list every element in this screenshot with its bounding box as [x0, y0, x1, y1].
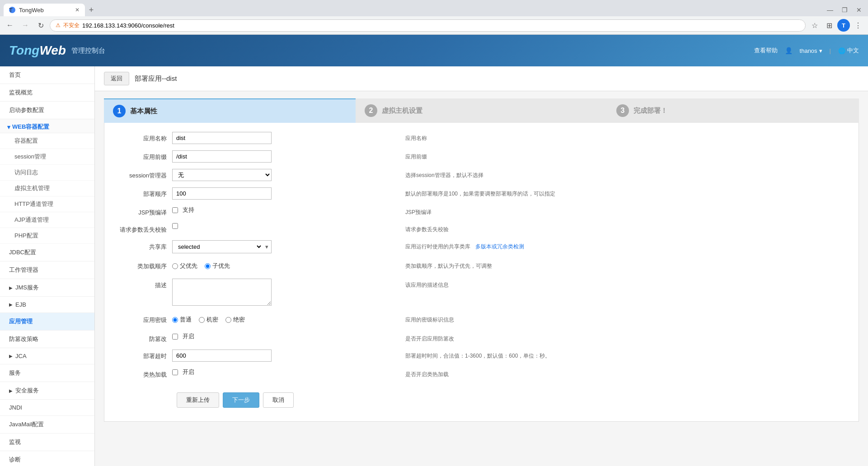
sidebar-item-http[interactable]: HTTP通道管理 [0, 196, 94, 212]
app-level-top-secret-label[interactable]: 绝密 [225, 316, 245, 324]
request-param-hint: 请求参数丢失校验 [398, 223, 845, 233]
anti-tamper-checkbox-label[interactable]: 开启 [172, 332, 398, 340]
sidebar-label-jndi: JNDI [9, 404, 22, 411]
tab-close-button[interactable]: ✕ [75, 7, 80, 13]
hot-load-checkbox[interactable] [172, 369, 178, 375]
form-row-deploy-timeout: 部署超时 部署超时时间，合法值：1-3600，默认值：600，单位：秒。 [118, 350, 845, 362]
app-level-secret-label[interactable]: 机密 [199, 316, 218, 324]
wizard-step-1-label: 基本属性 [130, 107, 157, 116]
sidebar-item-diagnosis[interactable]: 诊断 [0, 451, 94, 466]
page-header: 返回 部署应用--dist [95, 66, 868, 91]
sidebar-item-app-mgmt[interactable]: 应用管理 [0, 313, 94, 331]
app-level-normal-label[interactable]: 普通 [172, 316, 192, 324]
header-lang[interactable]: 🌐 中文 [838, 47, 859, 55]
request-param-checkbox[interactable] [172, 223, 178, 229]
sidebar-expand-jca: ▶ [9, 354, 13, 359]
new-tab-button[interactable]: + [85, 4, 98, 16]
sidebar-item-jdbc[interactable]: JDBC配置 [0, 244, 94, 261]
bookmark-star-icon[interactable]: ☆ [808, 19, 821, 32]
jsp-precompile-checkbox[interactable] [172, 207, 178, 213]
app-level-normal-radio[interactable] [172, 317, 178, 323]
cancel-button[interactable]: 取消 [263, 392, 294, 408]
menu-icon[interactable]: ⋮ [852, 19, 864, 32]
desc-label: 描述 [118, 279, 172, 289]
sidebar-item-jca[interactable]: ▶ JCA [0, 348, 94, 364]
sidebar-label-app-mgmt: 应用管理 [9, 317, 33, 326]
app-prefix-hint: 应用前缀 [398, 150, 845, 161]
sidebar-item-ejb[interactable]: ▶ EJB [0, 297, 94, 313]
class-load-child-text: 子优先 [212, 262, 230, 270]
sidebar-item-jndi[interactable]: JNDI [0, 400, 94, 416]
next-step-button[interactable]: 下一步 [223, 392, 259, 408]
shared-lib-dropdown[interactable]: selected ▾ [172, 240, 272, 253]
class-load-parent-radio[interactable] [172, 263, 178, 269]
jsp-precompile-control: 支持 [172, 206, 398, 214]
app-level-top-secret-radio[interactable] [225, 317, 231, 323]
reupload-button[interactable]: 重新上传 [177, 392, 219, 408]
app-level-label: 应用密级 [118, 313, 172, 324]
url-input[interactable] [82, 22, 800, 29]
deploy-timeout-input[interactable] [172, 350, 272, 362]
class-load-child-radio[interactable] [205, 263, 211, 269]
request-param-label: 请求参数丢失校验 [118, 223, 172, 234]
sidebar-item-monitor2[interactable]: 监视 [0, 433, 94, 451]
forward-nav-button[interactable]: → [19, 19, 32, 32]
shared-lib-select[interactable]: selected [173, 241, 263, 253]
sidebar-item-ajp[interactable]: AJP通道管理 [0, 212, 94, 228]
app-name-label: 应用名称 [118, 132, 172, 143]
sidebar-item-jms[interactable]: ▶ JMS服务 [0, 279, 94, 297]
browser-tab-active[interactable]: T TongWeb ✕ [4, 4, 85, 16]
jsp-precompile-checkbox-label[interactable]: 支持 [172, 206, 398, 214]
deploy-order-control [172, 187, 398, 200]
class-load-child-label[interactable]: 子优先 [205, 262, 230, 270]
minimize-button[interactable]: — [825, 5, 835, 15]
sidebar-item-work-manager[interactable]: 工作管理器 [0, 261, 94, 279]
extensions-icon[interactable]: ⊞ [823, 19, 835, 32]
sidebar-label-jdbc: JDBC配置 [9, 248, 36, 256]
sidebar-section-web[interactable]: ▾ WEB容器配置 [0, 119, 94, 133]
request-param-control [172, 223, 398, 230]
sidebar-item-javamail[interactable]: JavaMail配置 [0, 416, 94, 433]
sidebar-item-security[interactable]: ▶ 安全服务 [0, 382, 94, 400]
deploy-timeout-control [172, 350, 398, 362]
app-level-secret-radio[interactable] [199, 317, 205, 323]
desc-textarea[interactable] [172, 279, 272, 306]
restore-button[interactable]: ❐ [839, 5, 850, 15]
app-name-input[interactable] [172, 132, 272, 144]
reload-button[interactable]: ↻ [34, 19, 47, 32]
close-button[interactable]: ✕ [854, 5, 864, 15]
deploy-order-input[interactable] [172, 187, 272, 200]
session-mgr-select[interactable]: 无 [172, 169, 272, 181]
sidebar-label-jms: JMS服务 [15, 284, 39, 292]
user-dropdown-icon: ▾ [819, 47, 822, 54]
address-bar[interactable]: ⚠ 不安全 [50, 19, 806, 32]
wizard-step-1-num: 1 [113, 105, 126, 117]
sidebar-expand-security: ▶ [9, 388, 13, 393]
sidebar-item-session-mgmt[interactable]: session管理 [0, 149, 94, 165]
sidebar-item-vhost[interactable]: 虚拟主机管理 [0, 181, 94, 196]
sidebar-item-services[interactable]: 服务 [0, 364, 94, 382]
sidebar-item-access-log[interactable]: 访问日志 [0, 165, 94, 181]
sidebar-item-home[interactable]: 首页 [0, 66, 94, 84]
anti-tamper-checkbox[interactable] [172, 334, 178, 340]
class-load-parent-label[interactable]: 父优先 [172, 262, 197, 270]
profile-icon[interactable]: T [837, 19, 850, 32]
hot-load-hint: 是否开启类热加载 [398, 368, 845, 378]
sidebar-item-startup[interactable]: 启动参数配置 [0, 102, 94, 119]
shared-lib-detect-link[interactable]: 多版本或冗余类检测 [475, 243, 524, 250]
sidebar-item-php[interactable]: PHP配置 [0, 228, 94, 244]
browser-tabs: T TongWeb ✕ + — ❐ ✕ [0, 0, 868, 16]
form-row-app-prefix: 应用前缀 应用前缀 [118, 150, 845, 163]
back-nav-button[interactable]: ← [4, 19, 16, 32]
hot-load-checkbox-label[interactable]: 开启 [172, 368, 398, 376]
sidebar-item-container-config[interactable]: 容器配置 [0, 133, 94, 149]
sidebar-label-vhost: 虚拟主机管理 [14, 185, 50, 191]
app-prefix-input[interactable] [172, 150, 272, 163]
header-user[interactable]: thanos ▾ [800, 47, 822, 54]
help-link[interactable]: 查看帮助 [754, 47, 778, 55]
sidebar-item-anti-tamper[interactable]: 防篡改策略 [0, 331, 94, 348]
back-button[interactable]: 返回 [104, 72, 129, 85]
sidebar: 首页 监视概览 启动参数配置 ▾ WEB容器配置 容器配置 session管理 [0, 66, 95, 466]
wizard-step-3-label: 完成部署！ [633, 107, 667, 115]
sidebar-item-monitor[interactable]: 监视概览 [0, 84, 94, 102]
